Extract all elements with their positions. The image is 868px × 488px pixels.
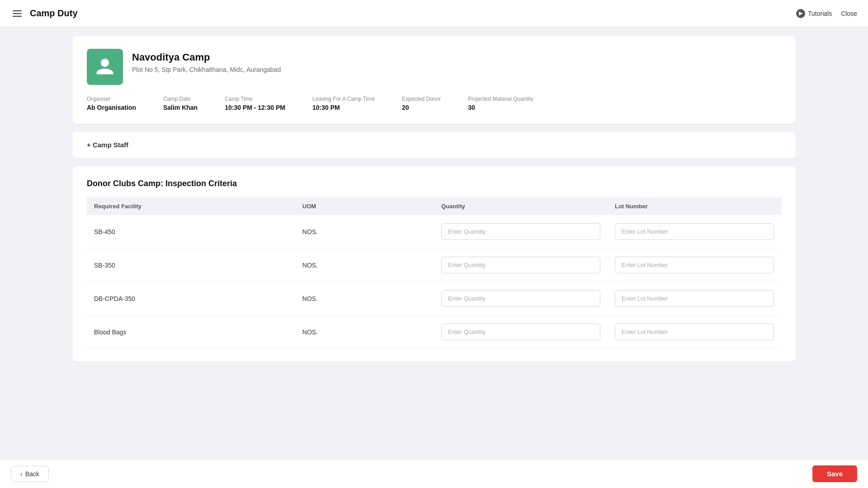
- quantity-cell: [434, 215, 608, 249]
- col-uom: UOM: [295, 197, 434, 215]
- camp-name-block: Navoditya Camp Plot No 5, Stp Park, Chik…: [132, 49, 281, 73]
- leaving-value: 10:30 PM: [312, 104, 375, 111]
- tutorials-label: Tutorials: [808, 10, 832, 17]
- camp-info-card: Navoditya Camp Plot No 5, Stp Park, Chik…: [72, 36, 796, 124]
- expected-donor-value: 20: [402, 104, 441, 111]
- table-row: SB-350 NOS.: [87, 249, 781, 282]
- uom-cell: NOS.: [295, 282, 434, 315]
- facility-cell: SB-350: [87, 249, 295, 282]
- camp-staff-card: + Camp Staff: [72, 132, 796, 158]
- table-row: SB-450 NOS.: [87, 215, 781, 249]
- organiser-value: Ab Organisation: [87, 104, 136, 111]
- camp-date-label: Camp Date: [163, 96, 198, 102]
- lot-cell: [608, 315, 781, 349]
- meta-organiser: Organiser Ab Organisation: [87, 96, 136, 111]
- table-body: SB-450 NOS. SB-350 NOS. DB-CPDA-350 NOS.: [87, 215, 781, 349]
- uom-cell: NOS.: [295, 315, 434, 349]
- quantity-input-1[interactable]: [441, 257, 600, 273]
- meta-camp-time: Camp Time 10:30 PM - 12:30 PM: [225, 96, 285, 111]
- quantity-input-3[interactable]: [441, 324, 600, 340]
- projected-qty-value: 30: [468, 104, 533, 111]
- camp-avatar: [87, 49, 123, 85]
- camp-date-value: Salim Khan: [163, 104, 198, 111]
- back-chevron-icon: ‹: [20, 470, 23, 478]
- tutorials-button[interactable]: ▶ Tutorials: [796, 9, 832, 18]
- lot-number-input-2[interactable]: [615, 290, 774, 307]
- table-row: DB-CPDA-350 NOS.: [87, 282, 781, 315]
- quantity-cell: [434, 282, 608, 315]
- criteria-card: Donor Clubs Camp: Inspection Criteria Re…: [72, 166, 796, 361]
- camp-address: Plot No 5, Stp Park, Chikhalthana, Midc,…: [132, 66, 281, 73]
- quantity-cell: [434, 249, 608, 282]
- lot-number-input-3[interactable]: [615, 324, 774, 340]
- page-footer: ‹ Back Save: [0, 459, 868, 488]
- projected-qty-label: Projected Material Quantity: [468, 96, 533, 102]
- hamburger-menu[interactable]: [11, 9, 24, 19]
- main-content: Navoditya Camp Plot No 5, Stp Park, Chik…: [0, 0, 868, 407]
- save-button[interactable]: Save: [812, 465, 857, 482]
- back-button[interactable]: ‹ Back: [11, 466, 49, 482]
- camp-name: Navoditya Camp: [132, 52, 281, 63]
- col-facility: Required Facility: [87, 197, 295, 215]
- person-icon: [95, 57, 115, 77]
- expected-donor-label: Expected Donor: [402, 96, 441, 102]
- col-quantity: Quantity: [434, 197, 608, 215]
- app-title: Camp Duty: [30, 8, 78, 19]
- camp-time-label: Camp Time: [225, 96, 285, 102]
- header-right: ▶ Tutorials Close: [796, 9, 857, 18]
- table-header: Required Facility UOM Quantity Lot Numbe…: [87, 197, 781, 215]
- app-header: Camp Duty ▶ Tutorials Close: [0, 0, 868, 27]
- lot-number-input-0[interactable]: [615, 223, 774, 240]
- quantity-input-2[interactable]: [441, 290, 600, 307]
- meta-camp-date: Camp Date Salim Khan: [163, 96, 198, 111]
- col-lot-number: Lot Number: [608, 197, 781, 215]
- facility-cell: Blood Bags: [87, 315, 295, 349]
- camp-staff-toggle[interactable]: + Camp Staff: [87, 141, 128, 149]
- organiser-label: Organiser: [87, 96, 136, 102]
- table-row: Blood Bags NOS.: [87, 315, 781, 349]
- lot-cell: [608, 215, 781, 249]
- facility-cell: DB-CPDA-350: [87, 282, 295, 315]
- camp-info-top: Navoditya Camp Plot No 5, Stp Park, Chik…: [87, 49, 781, 85]
- meta-projected-qty: Projected Material Quantity 30: [468, 96, 533, 111]
- header-left: Camp Duty: [11, 8, 78, 19]
- inspection-table: Required Facility UOM Quantity Lot Numbe…: [87, 197, 781, 349]
- close-button[interactable]: Close: [841, 10, 857, 17]
- criteria-title: Donor Clubs Camp: Inspection Criteria: [87, 179, 781, 188]
- lot-cell: [608, 249, 781, 282]
- camp-time-value: 10:30 PM - 12:30 PM: [225, 104, 285, 111]
- quantity-input-0[interactable]: [441, 223, 600, 240]
- back-label: Back: [25, 470, 39, 478]
- uom-cell: NOS.: [295, 249, 434, 282]
- leaving-label: Leaving For A Camp Time: [312, 96, 375, 102]
- lot-cell: [608, 282, 781, 315]
- meta-expected-donor: Expected Donor 20: [402, 96, 441, 111]
- uom-cell: NOS.: [295, 215, 434, 249]
- lot-number-input-1[interactable]: [615, 257, 774, 273]
- camp-meta: Organiser Ab Organisation Camp Date Sali…: [87, 96, 781, 111]
- tutorials-icon: ▶: [796, 9, 805, 18]
- meta-leaving: Leaving For A Camp Time 10:30 PM: [312, 96, 375, 111]
- facility-cell: SB-450: [87, 215, 295, 249]
- quantity-cell: [434, 315, 608, 349]
